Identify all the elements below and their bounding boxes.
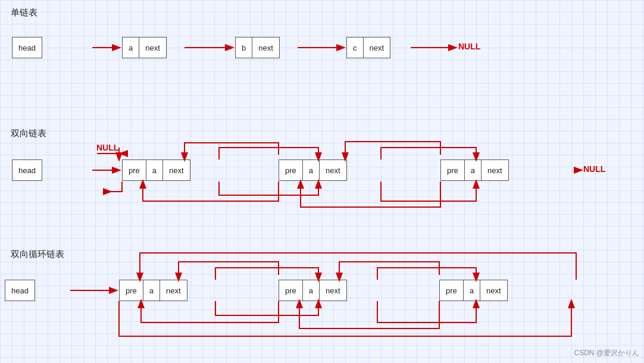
circular-list-head: head xyxy=(5,280,35,301)
circular-list-node-1: pre a next xyxy=(119,280,187,301)
double-circular-title: 双向循环链表 xyxy=(11,249,64,260)
single-list-node-a: a next xyxy=(122,37,167,58)
circular-list-node-3: pre a next xyxy=(439,280,508,301)
double-list-head: head xyxy=(12,159,42,181)
double-list-null-left: NULL xyxy=(96,143,118,152)
circular-list-node-2: pre a next xyxy=(279,280,347,301)
double-list-null-right: NULL xyxy=(583,164,605,174)
single-list-null: NULL xyxy=(458,42,480,51)
arrows-overlay xyxy=(0,0,644,363)
watermark: CSDN @爱沢かりん xyxy=(574,348,639,358)
double-list-node-1: pre a next xyxy=(122,159,190,181)
double-list-node-2: pre a next xyxy=(279,159,347,181)
double-list-node-3: pre a next xyxy=(440,159,509,181)
single-list-node-c: c next xyxy=(346,37,390,58)
single-list-node-b: b next xyxy=(235,37,280,58)
single-list-head: head xyxy=(12,37,42,58)
double-list-title: 双向链表 xyxy=(11,128,46,139)
single-list-title: 单链表 xyxy=(11,7,37,18)
